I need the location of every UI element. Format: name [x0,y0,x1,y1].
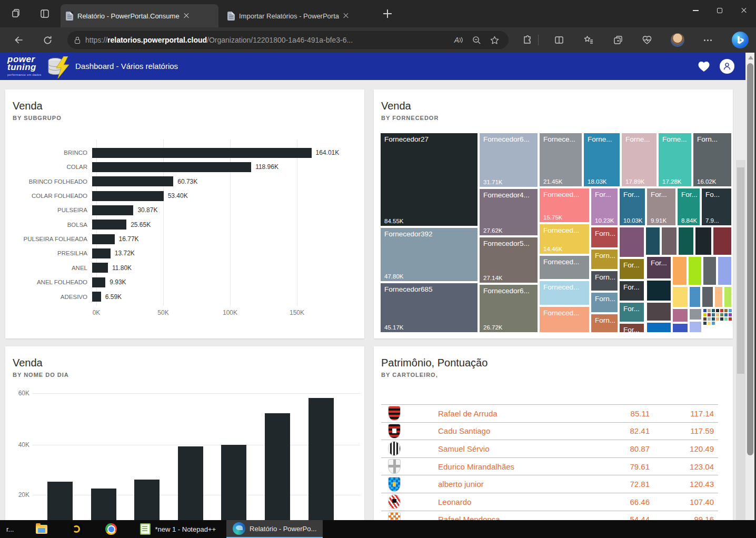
table-row[interactable]: Leonardo66.46107.40 [381,493,718,511]
bar[interactable] [92,176,173,186]
tab-close-icon[interactable] [184,13,189,18]
treemap-tile[interactable]: For...10.03K [619,188,645,226]
treemap-tile[interactable]: Fornecedor39247.80K [380,227,478,282]
treemap-tile[interactable]: Forneced...15.75K [539,188,590,223]
table-row[interactable]: Samuel Sérvio80.87120.49 [381,440,718,457]
treemap-mini-tile[interactable] [720,317,724,321]
refresh-icon[interactable] [41,34,54,46]
treemap-tile[interactable] [619,227,644,257]
zoom-out-icon[interactable] [470,33,483,47]
treemap-tile[interactable] [646,322,671,333]
treemap-mini-tile[interactable] [707,313,711,317]
treemap-mini-tile[interactable] [728,313,732,317]
taskbar-item-notepadpp[interactable]: *new 1 - Notepad++ [134,520,222,538]
treemap-tile[interactable]: For... [619,302,644,322]
treemap-tile[interactable]: Forn... [591,227,618,248]
treemap-tile[interactable]: Forn... [591,314,618,333]
treemap-tile[interactable] [724,286,732,307]
treemap-tile[interactable] [646,302,671,321]
treemap-tile[interactable]: Fornecedor68545.17K [380,283,478,333]
treemap-tile[interactable]: Fornecedor4...27.62K [479,188,538,236]
bar[interactable] [92,263,108,273]
treemap-tile[interactable]: Forn... [591,292,618,313]
treemap-mini-tile[interactable] [703,313,707,317]
treemap-mini-tile[interactable] [724,313,728,317]
treemap-tile[interactable]: Forneced... [539,255,590,280]
back-icon[interactable] [13,34,25,46]
tab-actions-icon[interactable] [38,7,52,21]
table-row[interactable]: Edurico Mirandalhães79.61123.04 [381,457,718,475]
treemap-tile[interactable] [672,286,688,307]
favorite-star-icon[interactable] [488,33,501,47]
bar[interactable] [92,234,115,244]
bar[interactable] [92,162,251,172]
treemap-tile[interactable]: For... [619,323,644,333]
treemap-mini-tile[interactable] [711,317,715,321]
browser-essentials-icon[interactable] [641,34,653,46]
treemap-tile[interactable] [672,323,688,333]
scroll-up-icon[interactable] [748,56,753,59]
browser-tab-active[interactable]: Relatório - PowerPortal.Consume [61,4,218,27]
treemap-tile[interactable]: For...8.84K [677,188,700,226]
table-row[interactable]: Rafael de Arruda85.11117.14 [381,404,718,422]
taskbar-item-window-fragment[interactable]: r... [0,520,20,538]
treemap-tile[interactable] [672,308,688,322]
treemap-tile[interactable] [661,227,677,255]
treemap-tile[interactable]: For...9.91K [646,188,676,226]
treemap-tile[interactable]: Forne...17.28K [658,133,692,187]
treemap-tile[interactable]: Fornecedor5...27.14K [479,237,538,283]
treemap-mini-tile[interactable] [720,308,724,313]
treemap-tile[interactable]: Forne...18.03K [583,133,620,187]
page-scrollbar[interactable] [736,160,745,538]
treemap-tile[interactable] [688,256,702,285]
treemap-tile[interactable] [645,227,660,255]
treemap-tile[interactable]: For... [619,258,644,280]
treemap-tile[interactable]: Fornece...21.45K [539,133,582,187]
treemap-tile[interactable] [695,227,712,255]
settings-dots-icon[interactable] [701,34,714,46]
url-text[interactable]: https://relatorios.powerportal.cloud/Org… [85,36,447,44]
treemap-mini-tile[interactable] [703,317,707,321]
page-scrollbar-thumb[interactable] [737,167,744,374]
treemap-mini-tile[interactable] [720,313,724,317]
treemap-mini-tile[interactable] [703,321,707,325]
treemap-tile[interactable]: For...10.23K [591,188,618,226]
treemap-mini-tile[interactable] [715,308,720,313]
address-bar[interactable]: https://relatorios.powerportal.cloud/Org… [67,31,509,49]
bar[interactable] [92,292,101,302]
treemap-tile[interactable]: Forneced... [539,281,590,305]
favorite-heart-icon[interactable] [697,59,711,74]
treemap-mini-tile[interactable] [724,317,728,321]
treemap-tile[interactable]: Fornecedor6...31.71K [479,133,538,187]
browser-scrollbar-thumb[interactable] [747,63,753,455]
bar[interactable] [309,398,334,538]
close-button[interactable] [732,0,756,21]
treemap-tile[interactable] [689,308,702,320]
treemap-tile[interactable]: Fornecedor2784.55K [380,133,478,226]
treemap-mini-tile[interactable] [711,313,715,317]
treemap-mini-tile[interactable] [715,317,720,321]
treemap-tile[interactable]: Forn... [591,249,618,270]
treemap-mini-tile[interactable] [711,308,715,313]
treemap-tile[interactable] [702,286,713,307]
treemap-tile[interactable] [678,227,694,255]
treemap-tile[interactable] [713,227,732,255]
treemap-tile[interactable] [714,286,723,307]
workspaces-icon[interactable] [8,7,22,21]
treemap-tile[interactable] [703,256,717,285]
treemap-tile[interactable]: For... [619,281,644,301]
treemap-tile[interactable]: Forneced...14.46K [539,224,590,254]
tab-close-icon[interactable] [343,13,349,18]
browser-tab-inactive[interactable]: Importar Relatórios - PowerPorta [222,4,371,27]
treemap-tile[interactable]: Forneced... [539,306,590,333]
bar[interactable] [265,413,290,538]
taskbar-item-edge[interactable]: Relatório - PowerPo... [226,520,323,538]
bar[interactable] [92,220,126,230]
treemap-tile[interactable]: For... [646,256,671,279]
multitask-copy-icon[interactable] [612,34,624,46]
split-screen-icon[interactable] [553,34,565,46]
bar[interactable] [92,191,164,201]
bar[interactable] [92,205,133,215]
treemap-tile[interactable]: Forne...17.89K [621,133,657,187]
collections-icon[interactable] [582,34,595,46]
